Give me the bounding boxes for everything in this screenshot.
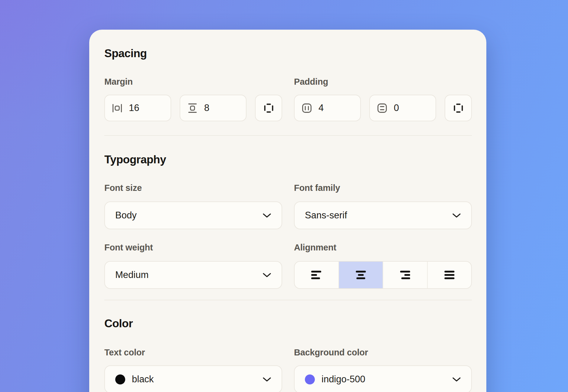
padding-label: Padding <box>294 77 472 87</box>
margin-controls: 16 8 <box>104 95 282 121</box>
text-color-swatch <box>115 374 125 384</box>
background-color-value: indigo-500 <box>322 374 446 385</box>
margin-vertical-input[interactable]: 8 <box>180 95 246 121</box>
padding-individual-button[interactable] <box>445 95 472 121</box>
align-justify-button[interactable] <box>428 262 472 288</box>
font-family-dropdown[interactable]: Sans-serif <box>294 201 472 229</box>
section-divider <box>104 300 472 300</box>
padding-horizontal-value: 4 <box>318 103 324 113</box>
chevron-down-icon <box>263 273 271 278</box>
font-weight-dropdown[interactable]: Medium <box>104 261 282 289</box>
chevron-down-icon <box>263 213 271 218</box>
margin-vertical-value: 8 <box>204 103 209 113</box>
align-left-icon <box>310 270 323 280</box>
margin-label: Margin <box>104 77 282 87</box>
font-family-value: Sans-serif <box>305 210 446 221</box>
chevron-down-icon <box>452 213 461 218</box>
font-size-dropdown[interactable]: Body <box>104 201 282 229</box>
font-weight-label: Font weight <box>104 243 282 253</box>
color-section-title: Color <box>104 317 472 330</box>
margin-individual-button[interactable] <box>255 95 282 121</box>
text-color-dropdown[interactable]: black <box>104 365 282 392</box>
padding-vertical-input[interactable]: 0 <box>369 95 436 121</box>
background-color-dropdown[interactable]: indigo-500 <box>294 365 472 392</box>
chevron-down-icon <box>263 377 271 382</box>
style-properties-panel: Spacing Margin Padding 16 <box>89 30 486 392</box>
padding-vertical-value: 0 <box>394 103 399 113</box>
margin-horizontal-icon <box>112 103 123 114</box>
align-right-button[interactable] <box>383 262 428 288</box>
font-weight-value: Medium <box>115 270 256 280</box>
spacing-section-title: Spacing <box>104 47 472 60</box>
align-right-icon <box>398 270 412 280</box>
alignment-segmented-control <box>294 261 472 289</box>
text-color-value: black <box>132 374 256 385</box>
font-family-label: Font family <box>294 183 472 193</box>
section-divider <box>104 135 472 136</box>
font-size-label: Font size <box>104 183 282 193</box>
background-color-swatch <box>305 374 315 384</box>
padding-horizontal-icon <box>301 103 312 114</box>
align-center-icon <box>354 270 367 280</box>
padding-horizontal-input[interactable]: 4 <box>294 95 361 121</box>
align-center-button[interactable] <box>339 262 384 288</box>
alignment-label: Alignment <box>294 243 472 253</box>
margin-horizontal-input[interactable]: 16 <box>104 95 171 121</box>
align-justify-icon <box>443 270 456 280</box>
background-color-label: Background color <box>294 348 472 358</box>
margin-horizontal-value: 16 <box>129 103 139 113</box>
align-left-button[interactable] <box>295 262 339 288</box>
typography-section-title: Typography <box>104 153 472 166</box>
margin-vertical-icon <box>187 103 198 114</box>
text-color-label: Text color <box>104 348 282 358</box>
padding-individual-icon <box>453 103 464 114</box>
margin-individual-icon <box>263 103 274 114</box>
padding-vertical-icon <box>377 103 388 114</box>
chevron-down-icon <box>452 377 461 382</box>
padding-controls: 4 0 <box>294 95 472 121</box>
font-size-value: Body <box>115 210 256 221</box>
